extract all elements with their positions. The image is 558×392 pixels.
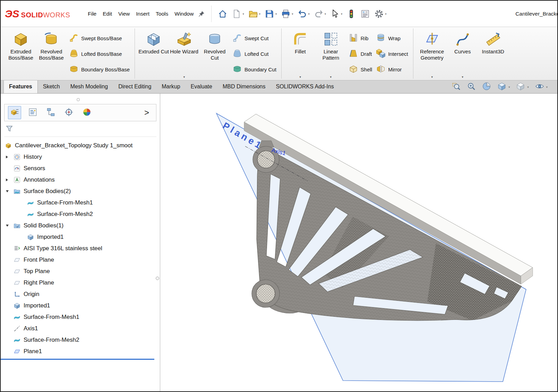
panel-tab-configurationmanager[interactable] xyxy=(44,106,57,119)
ribbon-button-hole-wizard[interactable]: Hole Wizard▾ xyxy=(169,28,199,80)
panel-tab-dimxpertmanager[interactable] xyxy=(62,106,75,119)
tree-item-origin[interactable]: Origin xyxy=(1,288,160,300)
ribbon-button-extruded-boss-base[interactable]: Extruded Boss/Base xyxy=(6,28,36,80)
bracket-model[interactable] xyxy=(244,114,533,321)
menu-file[interactable]: File xyxy=(85,9,100,19)
tab-mesh-modeling[interactable]: Mesh Modeling xyxy=(65,80,113,93)
ribbon-button-intersect[interactable]: Intersect xyxy=(376,49,408,59)
redo-button[interactable]: ▾ xyxy=(314,9,326,19)
display-style-button[interactable]: ▾ xyxy=(516,82,529,92)
dropdown-caret-icon[interactable]: ▾ xyxy=(508,85,510,89)
dropdown-caret-icon[interactable]: ▾ xyxy=(292,12,293,16)
tree-item-right-plane[interactable]: Right Plane xyxy=(1,277,160,288)
ribbon-button-boundary-boss-base[interactable]: Boundary Boss/Base xyxy=(69,64,130,75)
tree-item-solid-bodies-1[interactable]: Solid Bodies(1) xyxy=(1,220,160,231)
menu-insert[interactable]: Insert xyxy=(133,9,153,19)
ribbon-button-linear-pattern[interactable]: Linear Pattern▾ xyxy=(316,28,346,80)
ribbon-button-swept-cut[interactable]: Swept Cut xyxy=(233,33,276,43)
expander-icon[interactable] xyxy=(6,178,14,181)
tree-item-aisi-type-316l-stainless-steel[interactable]: AISI Type 316L stainless steel xyxy=(1,243,160,254)
ribbon-button-lofted-boss-base[interactable]: Lofted Boss/Base xyxy=(69,49,130,59)
panel-splitter-handle[interactable] xyxy=(156,277,159,280)
dropdown-caret-icon[interactable]: ▾ xyxy=(308,12,310,16)
tree-item-imported1[interactable]: Imported1 xyxy=(1,231,160,243)
dropdown-caret-icon[interactable]: ▾ xyxy=(325,12,326,16)
dropdown-caret-icon[interactable]: ▾ xyxy=(431,76,433,79)
dropdown-caret-icon[interactable]: ▾ xyxy=(527,85,529,89)
pin-icon[interactable] xyxy=(198,10,205,17)
zoom-to-area-button[interactable] xyxy=(467,82,476,92)
home-button[interactable] xyxy=(218,9,228,19)
menu-window[interactable]: Window xyxy=(171,9,197,19)
menu-tools[interactable]: Tools xyxy=(153,9,171,19)
new-document-button[interactable]: ▾ xyxy=(232,9,244,19)
rebuild-button[interactable] xyxy=(346,9,356,19)
tree-item-surface-bodies-2[interactable]: Surface Bodies(2) xyxy=(1,185,160,197)
ribbon-button-reference-geometry[interactable]: Reference Geometry▾ xyxy=(417,28,447,80)
tree-item-sensors[interactable]: Sensors xyxy=(1,163,160,174)
tab-mbd-dimensions[interactable]: MBD Dimensions xyxy=(217,80,271,93)
options-button[interactable]: ▾ xyxy=(374,9,386,19)
tree-item-surface-from-mesh1[interactable]: Surface-From-Mesh1 xyxy=(1,311,160,323)
save-button[interactable]: ▾ xyxy=(265,9,277,19)
hide-show-items-button[interactable]: ▾ xyxy=(535,82,548,92)
ribbon-button-draft[interactable]: Draft xyxy=(349,49,372,59)
ribbon-button-swept-boss-base[interactable]: Swept Boss/Base xyxy=(69,33,130,43)
ribbon-button-revolved-boss-base[interactable]: Revolved Boss/Base xyxy=(36,28,67,80)
ribbon-button-fillet[interactable]: Fillet▾ xyxy=(285,28,316,80)
tab-sketch[interactable]: Sketch xyxy=(38,80,65,93)
panel-collapse-handle[interactable] xyxy=(77,98,80,101)
ribbon-button-extruded-cut[interactable]: Extruded Cut xyxy=(138,28,169,80)
tab-direct-editing[interactable]: Direct Editing xyxy=(113,80,156,93)
ribbon-button-lofted-cut[interactable]: Lofted Cut xyxy=(233,49,276,59)
panel-tab-featuremanager-design-tree[interactable] xyxy=(8,106,21,119)
expander-icon[interactable] xyxy=(6,190,14,192)
tab-markup[interactable]: Markup xyxy=(156,80,185,93)
tree-item-annotations[interactable]: Annotations xyxy=(1,174,160,185)
tree-item-plane1[interactable]: Plane1 xyxy=(1,346,160,357)
dropdown-caret-icon[interactable]: ▾ xyxy=(462,76,463,79)
undo-button[interactable]: ▾ xyxy=(298,9,310,19)
tree-item-imported1[interactable]: Imported1 xyxy=(1,300,160,311)
tab-solidworks-add-ins[interactable]: SOLIDWORKS Add-Ins xyxy=(271,80,339,93)
expander-icon[interactable] xyxy=(6,225,14,227)
dropdown-caret-icon[interactable]: ▾ xyxy=(330,76,332,79)
menu-edit[interactable]: Edit xyxy=(100,9,115,19)
tree-item-cantilever-bracket-topology-study-1-smoot[interactable]: Cantilever_Bracket_Topology Study 1_smoo… xyxy=(1,140,160,151)
open-button[interactable]: ▾ xyxy=(248,9,260,19)
tab-features[interactable]: Features xyxy=(3,80,38,93)
tree-item-top-plane[interactable]: Top Plane xyxy=(1,265,160,277)
dropdown-caret-icon[interactable]: ▾ xyxy=(242,12,244,16)
print-button[interactable]: ▾ xyxy=(281,9,293,19)
ribbon-button-shell[interactable]: Shell xyxy=(349,64,372,75)
filter-icon[interactable] xyxy=(6,125,13,134)
ribbon-button-boundary-cut[interactable]: Boundary Cut xyxy=(233,64,276,75)
graphics-area[interactable]: Axis1 Plane1 xyxy=(160,94,557,391)
tree-item-history[interactable]: History xyxy=(1,151,160,163)
tree-item-surface-from-mesh1[interactable]: Surface-From-Mesh1 xyxy=(1,197,160,208)
dropdown-caret-icon[interactable]: ▾ xyxy=(300,76,301,79)
section-view-button[interactable] xyxy=(482,82,491,92)
rollback-bar[interactable] xyxy=(1,359,154,360)
tree-item-axis1[interactable]: Axis1 xyxy=(1,323,160,334)
tree-item-surface-from-mesh2[interactable]: Surface-From-Mesh2 xyxy=(1,208,160,220)
tree-item-surface-from-mesh2[interactable]: Surface-From-Mesh2 xyxy=(1,334,160,346)
menu-view[interactable]: View xyxy=(115,9,133,19)
select-button[interactable]: ▾ xyxy=(330,9,342,19)
ribbon-button-instant3d[interactable]: Instant3D xyxy=(478,28,508,80)
panel-tab-displaymanager[interactable] xyxy=(80,106,93,119)
ribbon-button-wrap[interactable]: Wrap xyxy=(376,33,408,43)
dropdown-caret-icon[interactable]: ▾ xyxy=(341,12,342,16)
zoom-to-fit-button[interactable] xyxy=(452,82,461,92)
view-orientation-button[interactable]: ▾ xyxy=(497,82,510,92)
dropdown-caret-icon[interactable]: ▾ xyxy=(546,85,548,89)
dropdown-caret-icon[interactable]: ▾ xyxy=(385,12,386,16)
dropdown-caret-icon[interactable]: ▾ xyxy=(275,12,277,16)
ribbon-button-mirror[interactable]: Mirror xyxy=(376,64,408,75)
panel-tab-propertymanager[interactable] xyxy=(26,106,39,119)
ribbon-button-curves[interactable]: Curves▾ xyxy=(447,28,478,80)
file-properties-button[interactable] xyxy=(360,9,370,19)
panel-expand-chevron-icon[interactable]: > xyxy=(141,108,153,117)
ribbon-button-revolved-cut[interactable]: Revolved Cut xyxy=(199,28,230,80)
dropdown-caret-icon[interactable]: ▾ xyxy=(183,76,185,79)
